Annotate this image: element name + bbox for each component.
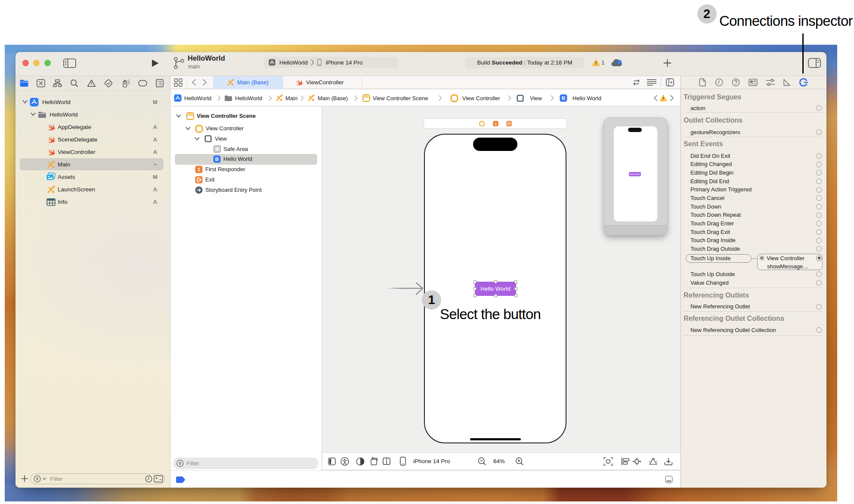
svg-text:1: 1 — [198, 167, 201, 172]
svg-text:1: 1 — [495, 122, 497, 126]
svg-text:B: B — [562, 95, 565, 101]
